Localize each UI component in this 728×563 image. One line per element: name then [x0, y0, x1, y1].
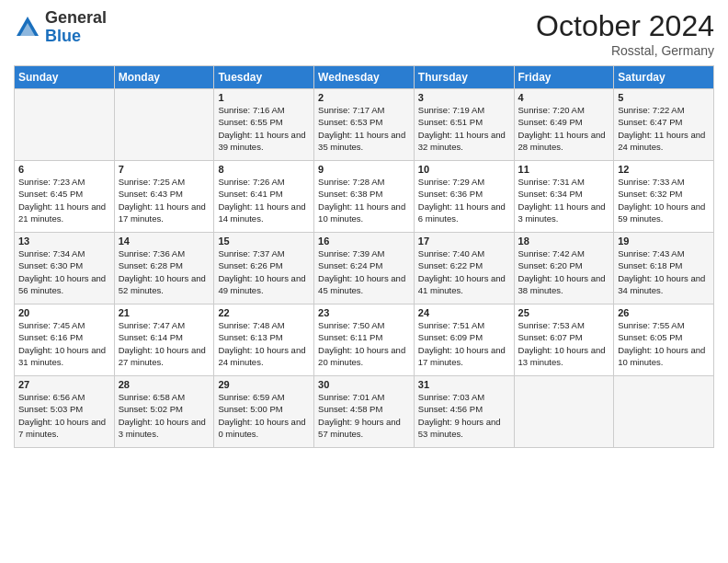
cell-week1-day1 [114, 89, 214, 161]
day-info: Sunrise: 7:16 AMSunset: 6:55 PMDaylight:… [218, 104, 310, 153]
cell-week5-day0: 27Sunrise: 6:56 AMSunset: 5:03 PMDayligh… [15, 376, 115, 448]
day-info: Sunrise: 7:34 AMSunset: 6:30 PMDaylight:… [18, 247, 110, 296]
day-info: Sunrise: 7:22 AMSunset: 6:47 PMDaylight:… [618, 104, 710, 153]
day-info: Sunrise: 7:36 AMSunset: 6:28 PMDaylight:… [119, 247, 210, 296]
header-thursday: Thursday [414, 66, 514, 89]
day-info: Sunrise: 6:58 AMSunset: 5:02 PMDaylight:… [119, 391, 210, 440]
title-block: October 2024 Rosstal, Germany [536, 9, 714, 58]
day-number: 18 [518, 236, 610, 247]
header-friday: Friday [514, 66, 614, 89]
calendar-body: 1Sunrise: 7:16 AMSunset: 6:55 PMDaylight… [15, 89, 714, 448]
header-monday: Monday [114, 66, 214, 89]
day-number: 23 [318, 307, 410, 318]
cell-week4-day1: 21Sunrise: 7:47 AMSunset: 6:14 PMDayligh… [114, 304, 214, 376]
cell-week5-day2: 29Sunrise: 6:59 AMSunset: 5:00 PMDayligh… [214, 376, 314, 448]
week-row-3: 13Sunrise: 7:34 AMSunset: 6:30 PMDayligh… [15, 233, 714, 304]
header-sunday: Sunday [15, 66, 115, 89]
cell-week3-day2: 15Sunrise: 7:37 AMSunset: 6:26 PMDayligh… [214, 233, 314, 304]
day-info: Sunrise: 6:59 AMSunset: 5:00 PMDaylight:… [218, 391, 310, 440]
day-info: Sunrise: 7:33 AMSunset: 6:32 PMDaylight:… [618, 176, 710, 224]
day-info: Sunrise: 7:23 AMSunset: 6:45 PMDaylight:… [18, 176, 110, 224]
day-info: Sunrise: 7:47 AMSunset: 6:14 PMDaylight:… [119, 319, 210, 368]
week-row-2: 6Sunrise: 7:23 AMSunset: 6:45 PMDaylight… [15, 161, 714, 233]
day-info: Sunrise: 7:26 AMSunset: 6:41 PMDaylight:… [218, 176, 310, 224]
cell-week1-day2: 1Sunrise: 7:16 AMSunset: 6:55 PMDaylight… [214, 89, 314, 161]
day-info: Sunrise: 7:37 AMSunset: 6:26 PMDaylight:… [218, 247, 310, 296]
day-info: Sunrise: 7:20 AMSunset: 6:49 PMDaylight:… [518, 104, 610, 153]
day-info: Sunrise: 7:28 AMSunset: 6:38 PMDaylight:… [318, 176, 410, 224]
cell-week2-day2: 8Sunrise: 7:26 AMSunset: 6:41 PMDaylight… [214, 161, 314, 233]
day-number: 6 [18, 164, 110, 175]
day-number: 31 [418, 379, 510, 390]
day-info: Sunrise: 7:40 AMSunset: 6:22 PMDaylight:… [418, 247, 510, 296]
cell-week3-day3: 16Sunrise: 7:39 AMSunset: 6:24 PMDayligh… [314, 233, 415, 304]
cell-week3-day6: 19Sunrise: 7:43 AMSunset: 6:18 PMDayligh… [614, 233, 714, 304]
day-number: 27 [18, 379, 110, 390]
cell-week5-day5 [514, 376, 614, 448]
day-number: 19 [618, 236, 710, 247]
day-info: Sunrise: 7:19 AMSunset: 6:51 PMDaylight:… [418, 104, 510, 153]
logo-icon [14, 14, 41, 41]
cell-week4-day0: 20Sunrise: 7:45 AMSunset: 6:16 PMDayligh… [15, 304, 115, 376]
cell-week4-day6: 26Sunrise: 7:55 AMSunset: 6:05 PMDayligh… [614, 304, 714, 376]
cell-week3-day0: 13Sunrise: 7:34 AMSunset: 6:30 PMDayligh… [15, 233, 115, 304]
month-title: October 2024 [536, 9, 714, 43]
day-number: 26 [618, 307, 710, 318]
day-info: Sunrise: 7:48 AMSunset: 6:13 PMDaylight:… [218, 319, 310, 368]
cell-week2-day3: 9Sunrise: 7:28 AMSunset: 6:38 PMDaylight… [314, 161, 415, 233]
day-number: 29 [218, 379, 310, 390]
day-info: Sunrise: 6:56 AMSunset: 5:03 PMDaylight:… [18, 391, 110, 440]
day-info: Sunrise: 7:42 AMSunset: 6:20 PMDaylight:… [518, 247, 610, 296]
cell-week5-day1: 28Sunrise: 6:58 AMSunset: 5:02 PMDayligh… [114, 376, 214, 448]
calendar-header: Sunday Monday Tuesday Wednesday Thursday… [15, 66, 714, 89]
cell-week4-day4: 24Sunrise: 7:51 AMSunset: 6:09 PMDayligh… [414, 304, 514, 376]
cell-week1-day4: 3Sunrise: 7:19 AMSunset: 6:51 PMDaylight… [414, 89, 514, 161]
week-row-4: 20Sunrise: 7:45 AMSunset: 6:16 PMDayligh… [15, 304, 714, 376]
header-saturday: Saturday [614, 66, 714, 89]
day-info: Sunrise: 7:43 AMSunset: 6:18 PMDaylight:… [618, 247, 710, 296]
cell-week4-day5: 25Sunrise: 7:53 AMSunset: 6:07 PMDayligh… [514, 304, 614, 376]
day-info: Sunrise: 7:31 AMSunset: 6:34 PMDaylight:… [518, 176, 610, 224]
day-number: 9 [318, 164, 410, 175]
day-info: Sunrise: 7:29 AMSunset: 6:36 PMDaylight:… [418, 176, 510, 224]
day-info: Sunrise: 7:45 AMSunset: 6:16 PMDaylight:… [18, 319, 110, 368]
cell-week1-day0 [15, 89, 115, 161]
day-number: 28 [119, 379, 210, 390]
cell-week5-day3: 30Sunrise: 7:01 AMSunset: 4:58 PMDayligh… [314, 376, 415, 448]
day-number: 7 [119, 164, 210, 175]
cell-week5-day4: 31Sunrise: 7:03 AMSunset: 4:56 PMDayligh… [414, 376, 514, 448]
day-number: 2 [318, 92, 410, 103]
header-row: Sunday Monday Tuesday Wednesday Thursday… [15, 66, 714, 89]
day-number: 25 [518, 307, 610, 318]
cell-week3-day4: 17Sunrise: 7:40 AMSunset: 6:22 PMDayligh… [414, 233, 514, 304]
day-info: Sunrise: 7:51 AMSunset: 6:09 PMDaylight:… [418, 319, 510, 368]
day-number: 24 [418, 307, 510, 318]
cell-week1-day5: 4Sunrise: 7:20 AMSunset: 6:49 PMDaylight… [514, 89, 614, 161]
day-number: 10 [418, 164, 510, 175]
day-number: 12 [618, 164, 710, 175]
week-row-1: 1Sunrise: 7:16 AMSunset: 6:55 PMDaylight… [15, 89, 714, 161]
week-row-5: 27Sunrise: 6:56 AMSunset: 5:03 PMDayligh… [15, 376, 714, 448]
day-number: 21 [119, 307, 210, 318]
day-number: 4 [518, 92, 610, 103]
day-number: 13 [18, 236, 110, 247]
day-number: 8 [218, 164, 310, 175]
day-info: Sunrise: 7:53 AMSunset: 6:07 PMDaylight:… [518, 319, 610, 368]
header-wednesday: Wednesday [314, 66, 415, 89]
day-info: Sunrise: 7:01 AMSunset: 4:58 PMDaylight:… [318, 391, 410, 440]
day-info: Sunrise: 7:03 AMSunset: 4:56 PMDaylight:… [418, 391, 510, 440]
day-number: 11 [518, 164, 610, 175]
cell-week2-day0: 6Sunrise: 7:23 AMSunset: 6:45 PMDaylight… [15, 161, 115, 233]
day-number: 5 [618, 92, 710, 103]
cell-week2-day1: 7Sunrise: 7:25 AMSunset: 6:43 PMDaylight… [114, 161, 214, 233]
page-header: General Blue October 2024 Rosstal, Germa… [14, 9, 714, 58]
cell-week4-day3: 23Sunrise: 7:50 AMSunset: 6:11 PMDayligh… [314, 304, 415, 376]
header-tuesday: Tuesday [214, 66, 314, 89]
day-number: 20 [18, 307, 110, 318]
day-number: 15 [218, 236, 310, 247]
day-info: Sunrise: 7:39 AMSunset: 6:24 PMDaylight:… [318, 247, 410, 296]
day-number: 14 [119, 236, 210, 247]
day-number: 30 [318, 379, 410, 390]
day-info: Sunrise: 7:55 AMSunset: 6:05 PMDaylight:… [618, 319, 710, 368]
cell-week5-day6 [614, 376, 714, 448]
